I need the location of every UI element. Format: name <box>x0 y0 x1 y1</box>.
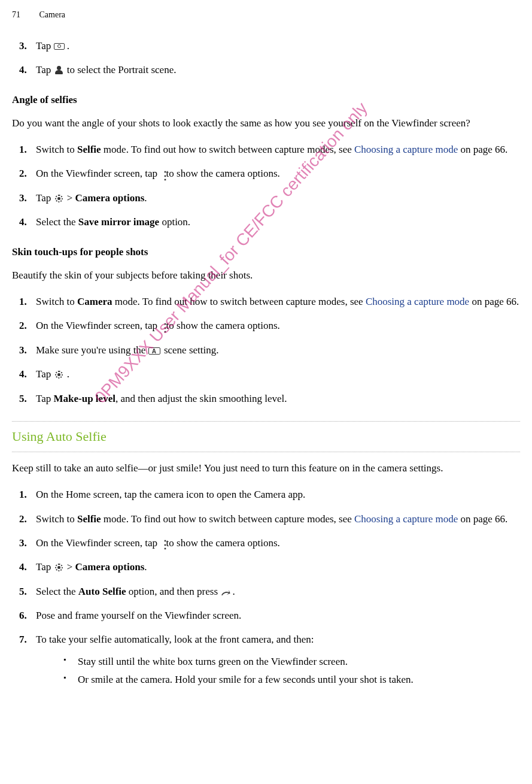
list-item: 3. On the Viewfinder screen, tap to show… <box>36 535 520 551</box>
step-text: Tap <box>36 393 54 404</box>
step-text: Tap <box>36 40 54 52</box>
bullet-item: Or smile at the camera. Hold your smile … <box>78 672 520 688</box>
step-number: 3. <box>19 343 27 358</box>
step-number: 6. <box>19 608 27 623</box>
more-icon <box>160 323 163 331</box>
list-item: 1. On the Home screen, tap the camera ic… <box>36 487 520 503</box>
bold-text: Camera <box>77 296 113 307</box>
step-number: 2. <box>19 318 27 334</box>
gear-icon <box>54 564 65 572</box>
step-text: Tap <box>36 64 54 75</box>
step-text: mode. To find out how to switch between … <box>101 144 354 155</box>
step-text: > <box>67 561 75 573</box>
auto-steps: 1. On the Home screen, tap the camera ic… <box>12 487 520 688</box>
sub-bullets: Stay still until the white box turns gre… <box>36 654 520 688</box>
step-text: Select the <box>36 586 78 597</box>
gear-icon <box>54 371 65 379</box>
step-text: Switch to <box>36 296 77 307</box>
link-choosing-capture-mode[interactable]: Choosing a capture mode <box>366 296 469 307</box>
step-number: 2. <box>19 166 27 181</box>
step-text: to show the camera options. <box>166 537 280 549</box>
step-text: option. <box>159 216 190 228</box>
list-item: 1. Switch to Camera mode. To find out ho… <box>36 294 520 310</box>
bold-text: Selfie <box>77 144 101 155</box>
body-text: Beautify the skin of your subjects befor… <box>12 268 520 283</box>
more-icon <box>160 171 163 179</box>
more-icon <box>160 540 163 548</box>
list-item: 2. Switch to Selfie mode. To find out ho… <box>36 511 520 527</box>
step-text: option, and then press <box>126 586 221 597</box>
page-header: 71 Camera <box>12 8 520 22</box>
step-number: 5. <box>19 391 27 407</box>
step-text: to show the camera options. <box>166 168 280 179</box>
step-number: 4. <box>19 367 27 382</box>
step-number: 3. <box>19 38 27 54</box>
step-text: to show the camera options. <box>166 320 280 331</box>
step-text: . <box>233 586 235 597</box>
list-item: 4. Tap . <box>36 367 520 382</box>
step-text: Tap <box>36 561 54 573</box>
list-item: 4. Tap > Camera options. <box>36 559 520 575</box>
body-text: Do you want the angle of your shots to l… <box>12 116 520 131</box>
step-text: mode. To find out how to switch between … <box>101 513 354 525</box>
step-number: 7. <box>19 632 27 647</box>
link-choosing-capture-mode[interactable]: Choosing a capture mode <box>354 144 458 155</box>
step-text: on page 66. <box>458 513 507 525</box>
subheading-angle: Angle of selfies <box>12 92 520 108</box>
step-text: . <box>67 368 69 380</box>
step-text: On the Home screen, tap the camera icon … <box>36 489 305 500</box>
step-text: Pose and frame yourself on the Viewfinde… <box>36 610 241 621</box>
step-text: > <box>67 192 75 204</box>
step-text: On the Viewfinder screen, tap <box>36 537 160 549</box>
back-icon <box>220 588 230 597</box>
list-item: 4. Select the Save mirror image option. <box>36 214 520 230</box>
step-number: 4. <box>19 62 27 78</box>
section-divider: Using Auto Selfie <box>12 421 520 452</box>
gear-icon <box>54 195 65 203</box>
step-text: , and then adjust the skin smoothing lev… <box>115 393 287 404</box>
section-title-auto-selfie: Using Auto Selfie <box>12 426 520 447</box>
list-item: 7. To take your selfie automatically, lo… <box>36 632 520 688</box>
step-text: Switch to <box>36 513 77 525</box>
step-text: to select the Portrait scene. <box>67 64 177 75</box>
step-text: Switch to <box>36 144 77 155</box>
intro-steps: 3. Tap . 4. Tap to select the Portrait s… <box>12 38 520 78</box>
body-text: Keep still to take an auto selfie—or jus… <box>12 461 520 476</box>
step-text: To take your selfie automatically, look … <box>36 634 314 645</box>
auto-scene-icon <box>148 347 162 355</box>
page-number: 71 <box>12 8 20 22</box>
list-item: 3. Tap > Camera options. <box>36 190 520 206</box>
step-text: Tap <box>36 368 54 380</box>
step-number: 1. <box>19 142 27 158</box>
step-number: 5. <box>19 584 27 600</box>
portrait-icon <box>54 66 65 75</box>
bold-text: Camera options <box>75 192 145 204</box>
list-item: 3. Make sure you're using the scene sett… <box>36 343 520 358</box>
list-item: 5. Select the Auto Selfie option, and th… <box>36 584 520 600</box>
step-text: scene setting. <box>164 344 219 356</box>
bold-text: Save mirror image <box>78 216 159 228</box>
list-item: 4. Tap to select the Portrait scene. <box>36 62 520 78</box>
link-choosing-capture-mode[interactable]: Choosing a capture mode <box>354 513 458 525</box>
list-item: 5. Tap Make-up level, and then adjust th… <box>36 391 520 407</box>
bold-text: Make-up level <box>54 393 115 404</box>
camera-icon <box>54 43 65 51</box>
step-number: 4. <box>19 214 27 230</box>
bold-text: Selfie <box>77 513 101 525</box>
step-number: 1. <box>19 487 27 503</box>
step-text: On the Viewfinder screen, tap <box>36 320 160 331</box>
bullet-item: Stay still until the white box turns gre… <box>78 654 520 670</box>
step-number: 3. <box>19 190 27 206</box>
step-number: 2. <box>19 511 27 527</box>
step-number: 1. <box>19 294 27 310</box>
step-text: Make sure you're using the <box>36 344 148 356</box>
step-number: 4. <box>19 559 27 575</box>
step-text: . <box>67 40 69 52</box>
step-text: on page 66. <box>469 296 519 307</box>
list-item: 1. Switch to Selfie mode. To find out ho… <box>36 142 520 158</box>
step-text: On the Viewfinder screen, tap <box>36 168 160 179</box>
header-section: Camera <box>39 10 66 19</box>
step-text: . <box>144 561 147 573</box>
bold-text: Camera options <box>75 561 145 573</box>
step-text: Select the <box>36 216 78 228</box>
